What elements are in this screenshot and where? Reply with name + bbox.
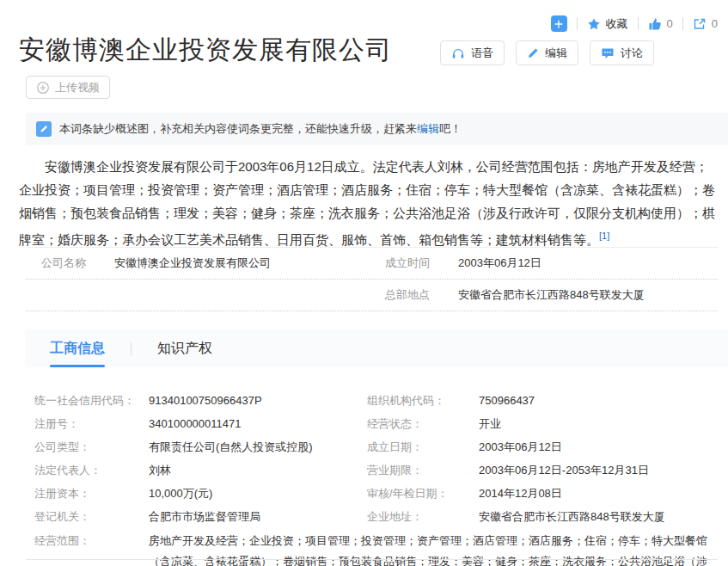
upload-video-button[interactable]: 上传视频 bbox=[26, 76, 110, 99]
like-count: 0 bbox=[667, 17, 673, 30]
field-value: 合肥市市场监督管理局 bbox=[149, 505, 367, 528]
field-value: 2014年12月08日 bbox=[479, 482, 716, 505]
field-label: 登记机关： bbox=[34, 505, 149, 528]
favorite-button[interactable]: 收藏 bbox=[587, 16, 628, 32]
table-row: 注册号： 340100000011471 经营状态： 开业 bbox=[34, 412, 716, 435]
notice-text: 本词条缺少概述图，补充相关内容使词条更完整，还能快速升级，赶紧来 bbox=[59, 121, 417, 137]
edit-pencil-badge-icon bbox=[36, 121, 52, 137]
infobox-cell: 总部地点 安徽省合肥市长江西路848号联发大厦 bbox=[361, 280, 718, 311]
share-count: 0 bbox=[712, 17, 718, 30]
field-label: 企业地址： bbox=[367, 505, 479, 528]
infobox-value: 2003年06月12日 bbox=[458, 255, 541, 271]
tab-business-info[interactable]: 工商信息 bbox=[50, 329, 105, 367]
table-row: 法定代表人： 刘林 营业期限： 2003年06月12日-2053年12月31日 bbox=[34, 458, 716, 482]
field-label: 经营范围： bbox=[34, 531, 149, 566]
field-label: 经营状态： bbox=[367, 412, 479, 435]
share-icon bbox=[693, 17, 707, 31]
infobox-label: 总部地点 bbox=[385, 287, 458, 303]
field-value: 开业 bbox=[479, 412, 716, 435]
infobox-row: 总部地点 安徽省合肥市长江西路848号联发大厦 bbox=[26, 280, 718, 311]
divider bbox=[638, 17, 639, 30]
add-to-collection-button[interactable] bbox=[551, 15, 567, 32]
summary-text: 安徽博澳企业投资发展有限公司于2003年06月12日成立。法定代表人刘林，公司经… bbox=[19, 159, 715, 247]
star-icon bbox=[587, 17, 601, 31]
field-label: 法定代表人： bbox=[34, 458, 149, 482]
share-button[interactable]: 0 bbox=[693, 17, 718, 31]
field-value: 安徽省合肥市长江西路848号联发大厦 bbox=[479, 505, 716, 528]
field-label: 注册资本： bbox=[34, 482, 149, 505]
tab-intellectual-property[interactable]: 知识产权 bbox=[157, 329, 212, 367]
thumbs-up-icon bbox=[648, 17, 662, 31]
favorite-label: 收藏 bbox=[606, 16, 628, 32]
page-title: 安徽博澳企业投资发展有限公司 bbox=[19, 33, 392, 68]
field-label: 成立日期： bbox=[367, 435, 479, 458]
field-label: 组织机构代码： bbox=[367, 389, 479, 412]
divider bbox=[577, 17, 578, 30]
field-label: 注册号： bbox=[34, 412, 149, 435]
table-row: 统一社会信用代码： 91340100750966437P 组织机构代码： 750… bbox=[34, 389, 716, 412]
infobox-label bbox=[41, 287, 114, 303]
notice-edit-link[interactable]: 编辑 bbox=[417, 121, 439, 137]
headphones-icon bbox=[451, 46, 465, 60]
infobox-cell: 成立时间 2003年06月12日 bbox=[361, 248, 718, 279]
field-value: 750966437 bbox=[479, 389, 716, 412]
field-value: 有限责任公司(自然人投资或控股) bbox=[149, 435, 367, 458]
pencil-icon bbox=[527, 47, 539, 59]
field-value: 房地产开发及经营；企业投资；项目管理；投资管理；资产管理；酒店管理；酒店服务；住… bbox=[149, 531, 716, 566]
field-label: 营业期限： bbox=[367, 458, 479, 482]
infobox-value: 安徽省合肥市长江西路848号联发大厦 bbox=[458, 287, 645, 303]
notice-bar: 本词条缺少概述图，补充相关内容使词条更完整，还能快速升级，赶紧来编辑吧！ bbox=[26, 113, 728, 145]
infobox-value: 安徽博澳企业投资发展有限公司 bbox=[114, 255, 271, 271]
company-infobox: 公司名称 安徽博澳企业投资发展有限公司 成立时间 2003年06月12日 总部地… bbox=[26, 247, 718, 311]
infobox-cell: 公司名称 安徽博澳企业投资发展有限公司 bbox=[26, 248, 361, 279]
notice-suffix: 吧！ bbox=[439, 121, 462, 137]
field-label: 审核/年检日期： bbox=[367, 482, 479, 505]
table-row: 注册资本： 10,000万(元) 审核/年检日期： 2014年12月08日 bbox=[34, 482, 716, 505]
business-info-table: 统一社会信用代码： 91340100750966437P 组织机构代码： 750… bbox=[34, 389, 716, 566]
field-value: 340100000011471 bbox=[149, 412, 367, 435]
table-row: 公司类型： 有限责任公司(自然人投资或控股) 成立日期： 2003年06月12日 bbox=[34, 435, 716, 458]
title-buttons: 语音 编辑 讨论 bbox=[440, 40, 654, 65]
edit-label: 编辑 bbox=[545, 46, 567, 61]
field-label: 统一社会信用代码： bbox=[34, 389, 149, 412]
reference-link[interactable]: [1] bbox=[599, 231, 609, 241]
table-row-business-scope: 经营范围： 房地产开发及经营；企业投资；项目管理；投资管理；资产管理；酒店管理；… bbox=[34, 531, 716, 566]
edit-button[interactable]: 编辑 bbox=[516, 40, 578, 65]
voice-label: 语音 bbox=[471, 46, 493, 61]
company-summary: 安徽博澳企业投资发展有限公司于2003年06月12日成立。法定代表人刘林，公司经… bbox=[19, 155, 716, 251]
field-value: 10,000万(元) bbox=[149, 482, 367, 505]
bottom-divider bbox=[26, 559, 718, 560]
pencil-icon bbox=[40, 125, 48, 133]
upload-video-label: 上传视频 bbox=[55, 80, 100, 95]
voice-button[interactable]: 语音 bbox=[440, 40, 505, 65]
infobox-row: 公司名称 安徽博澳企业投资发展有限公司 成立时间 2003年06月12日 bbox=[26, 248, 718, 280]
field-value: 2003年06月12日 bbox=[479, 435, 716, 458]
discuss-label: 讨论 bbox=[621, 46, 643, 61]
plus-icon bbox=[553, 18, 565, 30]
divider bbox=[682, 17, 683, 30]
infobox-label: 成立时间 bbox=[385, 255, 458, 271]
field-value: 91340100750966437P bbox=[149, 389, 367, 412]
field-value: 刘林 bbox=[149, 458, 367, 482]
section-tabs: 工商信息 知识产权 bbox=[26, 329, 728, 367]
table-row: 登记机关： 合肥市市场监督管理局 企业地址： 安徽省合肥市长江西路848号联发大… bbox=[34, 505, 716, 528]
tab-divider bbox=[131, 341, 132, 356]
baike-company-page: 收藏 0 0 安徽博澳企业投资发展有限公司 语音 编辑 讨论 上传视频 bbox=[0, 0, 728, 566]
like-button[interactable]: 0 bbox=[648, 17, 673, 31]
field-value: 2003年06月12日-2053年12月31日 bbox=[479, 458, 716, 482]
chat-bubble-icon bbox=[601, 46, 615, 60]
field-label: 公司类型： bbox=[34, 435, 149, 458]
discuss-button[interactable]: 讨论 bbox=[590, 40, 654, 65]
plus-circle-icon bbox=[36, 81, 50, 95]
top-action-bar: 收藏 0 0 bbox=[551, 15, 718, 32]
infobox-label: 公司名称 bbox=[41, 255, 114, 271]
infobox-cell bbox=[26, 280, 361, 311]
